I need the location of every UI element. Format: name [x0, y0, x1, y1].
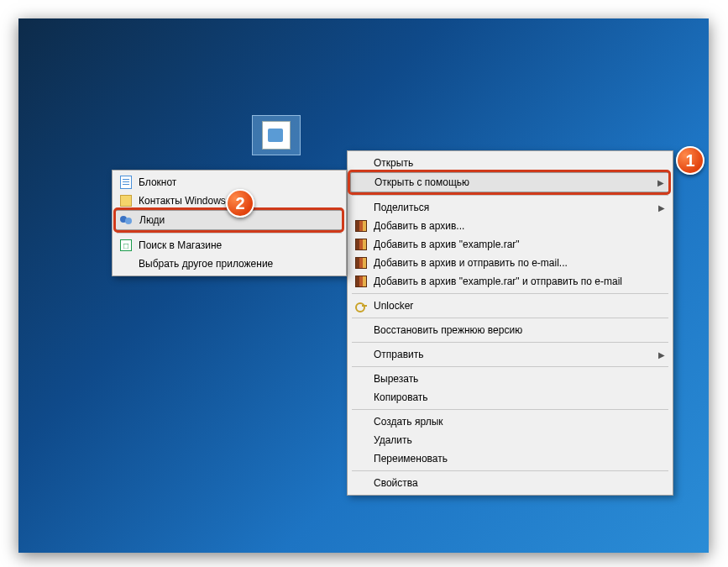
- openwith-people[interactable]: Люди: [115, 210, 343, 230]
- winrar-icon: [354, 238, 369, 251]
- menu-open-with[interactable]: Открыть с помощью ▶: [350, 172, 670, 192]
- openwith-store-search[interactable]: □ Поиск в Магазине: [115, 236, 343, 255]
- menu-add-archive[interactable]: Добавить в архив...: [350, 217, 670, 235]
- menu-separator: [352, 342, 668, 343]
- desktop-background: Открыть Открыть с помощью ▶ Поделиться ▶…: [18, 18, 709, 553]
- menu-restore-previous-label: Восстановить прежнюю версию: [374, 324, 665, 336]
- menu-add-archive-label: Добавить в архив...: [374, 220, 665, 232]
- menu-cut[interactable]: Вырезать: [350, 370, 670, 388]
- blank-icon: [118, 257, 134, 270]
- blank-icon: [354, 372, 369, 386]
- blank-icon: [354, 323, 369, 337]
- menu-unlocker-label: Unlocker: [374, 300, 665, 312]
- contacts-icon: [118, 194, 134, 207]
- openwith-store-search-label: Поиск в Магазине: [139, 239, 338, 251]
- file-icon: [262, 121, 291, 150]
- openwith-contacts[interactable]: Контакты Windows: [115, 192, 343, 210]
- menu-send-to-label: Отправить: [374, 349, 655, 360]
- menu-send-to[interactable]: Отправить ▶: [350, 345, 670, 364]
- open-with-submenu: Блокнот Контакты Windows Люди □ Поиск в …: [112, 170, 347, 276]
- chevron-right-icon: ▶: [655, 203, 665, 213]
- menu-add-archive-named-label: Добавить в архив "example.rar": [374, 239, 665, 250]
- menu-add-archive-named-email-label: Добавить в архив "example.rar" и отправи…: [374, 276, 665, 287]
- menu-add-archive-email-label: Добавить в архив и отправить по e-mail..…: [374, 257, 665, 269]
- blank-icon: [354, 176, 369, 189]
- menu-create-shortcut[interactable]: Создать ярлык: [350, 412, 670, 431]
- winrar-icon: [354, 256, 369, 270]
- menu-separator: [352, 409, 668, 410]
- menu-copy[interactable]: Копировать: [350, 388, 670, 407]
- menu-unlocker[interactable]: Unlocker: [350, 297, 670, 315]
- menu-share-label: Поделиться: [374, 202, 655, 213]
- desktop-file-selected[interactable]: [252, 115, 301, 155]
- chevron-right-icon: ▶: [655, 350, 665, 360]
- menu-separator: [352, 195, 668, 196]
- unlocker-key-icon: [354, 299, 369, 312]
- openwith-contacts-label: Контакты Windows: [139, 195, 338, 207]
- menu-add-archive-named-email[interactable]: Добавить в архив "example.rar" и отправи…: [350, 272, 670, 291]
- badge-1-number: 1: [685, 151, 694, 171]
- winrar-icon: [354, 275, 369, 288]
- annotation-badge-1: 1: [676, 146, 704, 175]
- menu-add-archive-email[interactable]: Добавить в архив и отправить по e-mail..…: [350, 254, 670, 272]
- blank-icon: [354, 415, 369, 428]
- menu-add-archive-named[interactable]: Добавить в архив "example.rar": [350, 235, 670, 254]
- openwith-people-label: Люди: [139, 214, 338, 226]
- blank-icon: [354, 433, 369, 447]
- menu-create-shortcut-label: Создать ярлык: [374, 416, 665, 428]
- menu-open[interactable]: Открыть: [350, 154, 670, 172]
- menu-rename[interactable]: Переименовать: [350, 449, 670, 468]
- menu-share[interactable]: Поделиться ▶: [350, 198, 670, 217]
- blank-icon: [354, 391, 369, 404]
- winrar-icon: [354, 219, 369, 233]
- menu-cut-label: Вырезать: [374, 373, 665, 385]
- menu-separator: [352, 366, 668, 367]
- openwith-notepad-label: Блокнот: [139, 176, 338, 188]
- menu-open-with-label: Открыть с помощью: [374, 176, 654, 188]
- menu-separator: [117, 233, 342, 234]
- context-menu: Открыть Открыть с помощью ▶ Поделиться ▶…: [347, 150, 673, 496]
- openwith-notepad[interactable]: Блокнот: [115, 173, 343, 192]
- notepad-icon: [118, 176, 134, 189]
- blank-icon: [354, 156, 369, 170]
- menu-rename-label: Переименовать: [374, 453, 665, 465]
- blank-icon: [354, 348, 369, 361]
- openwith-choose-other-label: Выбрать другое приложение: [139, 258, 338, 270]
- menu-separator: [352, 293, 668, 294]
- blank-icon: [354, 476, 369, 490]
- menu-properties-label: Свойства: [374, 477, 665, 489]
- menu-separator: [352, 470, 668, 471]
- people-icon: [119, 213, 134, 227]
- chevron-right-icon: ▶: [654, 178, 664, 187]
- menu-open-label: Открыть: [374, 157, 665, 169]
- blank-icon: [354, 452, 369, 465]
- openwith-choose-other[interactable]: Выбрать другое приложение: [115, 255, 343, 273]
- menu-copy-label: Копировать: [374, 391, 665, 403]
- menu-delete[interactable]: Удалить: [350, 431, 670, 449]
- menu-properties[interactable]: Свойства: [350, 474, 670, 492]
- blank-icon: [354, 201, 369, 214]
- menu-delete-label: Удалить: [374, 434, 665, 446]
- menu-restore-previous[interactable]: Восстановить прежнюю версию: [350, 321, 670, 339]
- store-icon: □: [118, 239, 134, 252]
- menu-separator: [352, 318, 668, 318]
